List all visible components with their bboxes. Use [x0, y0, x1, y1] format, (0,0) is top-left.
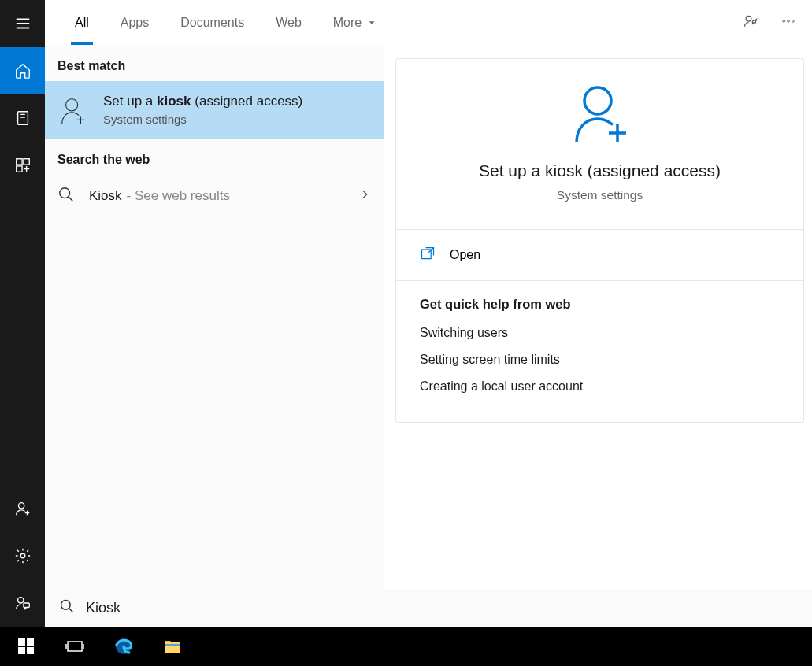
svg-point-16 [61, 601, 71, 610]
web-query: Kiosk [89, 188, 122, 204]
svg-point-12 [66, 98, 78, 110]
feedback-icon[interactable] [0, 579, 45, 627]
svg-rect-24 [165, 644, 180, 646]
svg-rect-1 [16, 159, 21, 165]
web-suffix: - See web results [127, 188, 230, 204]
quick-help-section: Get quick help from web Switching users … [396, 281, 803, 422]
home-icon[interactable] [0, 47, 45, 94]
more-options-icon[interactable] [780, 13, 796, 32]
search-icon [59, 598, 75, 617]
tab-apps[interactable]: Apps [105, 0, 165, 45]
quick-help-header: Get quick help from web [420, 297, 780, 312]
search-bar[interactable] [45, 589, 812, 627]
taskbar [0, 627, 812, 666]
svg-point-8 [746, 16, 751, 21]
preview-subtitle: System settings [557, 188, 643, 202]
help-link-screen-time[interactable]: Setting screen time limits [420, 353, 780, 367]
svg-point-5 [20, 553, 25, 558]
file-explorer-icon[interactable] [151, 627, 194, 666]
user-add-icon [569, 81, 632, 144]
svg-rect-23 [165, 642, 180, 653]
search-icon [57, 186, 75, 206]
notebook-icon[interactable] [0, 94, 45, 142]
preview-pane: Set up a kiosk (assigned access) System … [395, 58, 804, 423]
preview-hero: Set up a kiosk (assigned access) System … [396, 59, 803, 230]
svg-point-14 [584, 87, 611, 114]
user-add-icon[interactable] [0, 485, 45, 532]
tab-web[interactable]: Web [260, 0, 317, 45]
result-kiosk[interactable]: Set up a kiosk (assigned access) System … [45, 81, 384, 139]
svg-rect-17 [18, 638, 25, 646]
svg-rect-18 [27, 638, 34, 646]
help-link-switching-users[interactable]: Switching users [420, 326, 780, 340]
svg-point-4 [18, 503, 24, 509]
tab-all[interactable]: All [59, 0, 105, 45]
best-match-header: Best match [45, 45, 384, 81]
result-title: Set up a kiosk (assigned access) [103, 94, 302, 109]
result-subtitle: System settings [103, 113, 302, 126]
search-filter-tabs: All Apps Documents Web More [45, 0, 812, 45]
svg-rect-7 [23, 603, 28, 608]
gear-icon[interactable] [0, 532, 45, 579]
svg-rect-3 [16, 166, 21, 172]
open-label: Open [450, 248, 480, 262]
search-web-header: Search the web [45, 139, 384, 175]
results-pane: Best match Set up a kiosk (assigned acce… [45, 45, 384, 589]
search-input[interactable] [86, 600, 812, 616]
user-add-icon [57, 94, 89, 126]
svg-rect-21 [68, 642, 82, 651]
svg-point-13 [60, 188, 70, 198]
hamburger-icon[interactable] [0, 0, 45, 47]
svg-point-6 [17, 598, 23, 603]
open-icon [420, 246, 436, 265]
svg-point-9 [783, 20, 785, 22]
open-action[interactable]: Open [396, 230, 803, 281]
help-link-local-user[interactable]: Creating a local user account [420, 379, 780, 394]
start-button[interactable] [5, 627, 47, 666]
svg-rect-20 [27, 647, 34, 654]
task-view-icon[interactable] [54, 627, 96, 666]
svg-rect-19 [18, 647, 25, 654]
apps-icon[interactable] [0, 142, 45, 189]
preview-title: Set up a kiosk (assigned access) [479, 161, 721, 180]
svg-rect-0 [17, 112, 28, 125]
edge-icon[interactable] [102, 627, 145, 666]
tab-documents[interactable]: Documents [165, 0, 260, 45]
chevron-right-icon [358, 188, 371, 204]
svg-point-11 [792, 20, 795, 22]
start-left-rail [0, 0, 45, 627]
svg-point-10 [788, 20, 790, 22]
feedback-top-icon[interactable] [743, 13, 758, 32]
svg-rect-2 [23, 159, 28, 165]
tab-more[interactable]: More [317, 0, 393, 45]
web-result-row[interactable]: Kiosk - See web results [45, 175, 384, 217]
